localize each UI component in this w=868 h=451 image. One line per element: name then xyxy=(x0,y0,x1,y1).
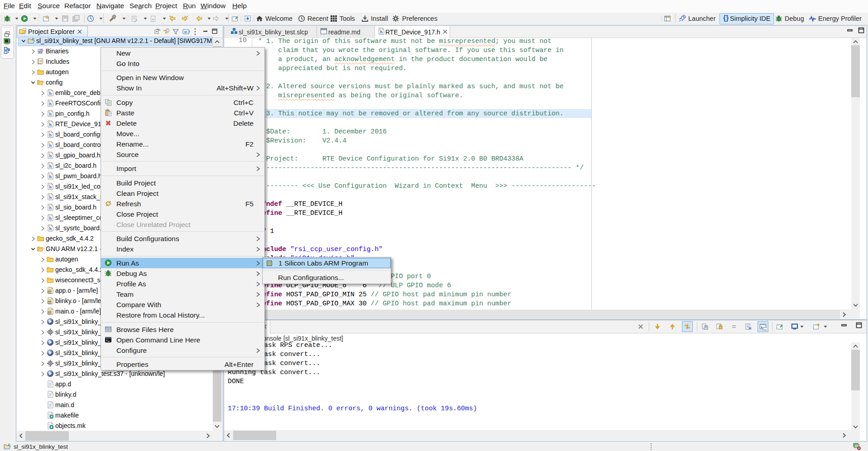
svg-text:h: h xyxy=(49,123,52,127)
svg-text:h: h xyxy=(49,216,52,221)
svg-text:h: h xyxy=(49,206,52,210)
svg-text:010: 010 xyxy=(48,291,53,294)
svg-text:h: h xyxy=(49,227,52,231)
svg-text:h: h xyxy=(380,30,383,34)
svg-text:h: h xyxy=(49,143,52,148)
svg-text:si: si xyxy=(184,30,187,34)
svg-text:h: h xyxy=(49,112,52,117)
svg-text:h: h xyxy=(49,102,52,106)
svg-text:010: 010 xyxy=(48,301,53,304)
svg-text:C: C xyxy=(8,443,10,446)
svg-text:C: C xyxy=(32,38,34,41)
svg-text:h: h xyxy=(49,195,52,200)
svg-text:h: h xyxy=(49,185,52,190)
svg-text:h: h xyxy=(49,133,52,138)
svg-text:010: 010 xyxy=(48,312,53,315)
svg-text:h: h xyxy=(49,175,52,179)
svg-text:h: h xyxy=(49,91,52,96)
svg-text:h: h xyxy=(49,164,52,169)
svg-text:h: h xyxy=(49,154,52,158)
